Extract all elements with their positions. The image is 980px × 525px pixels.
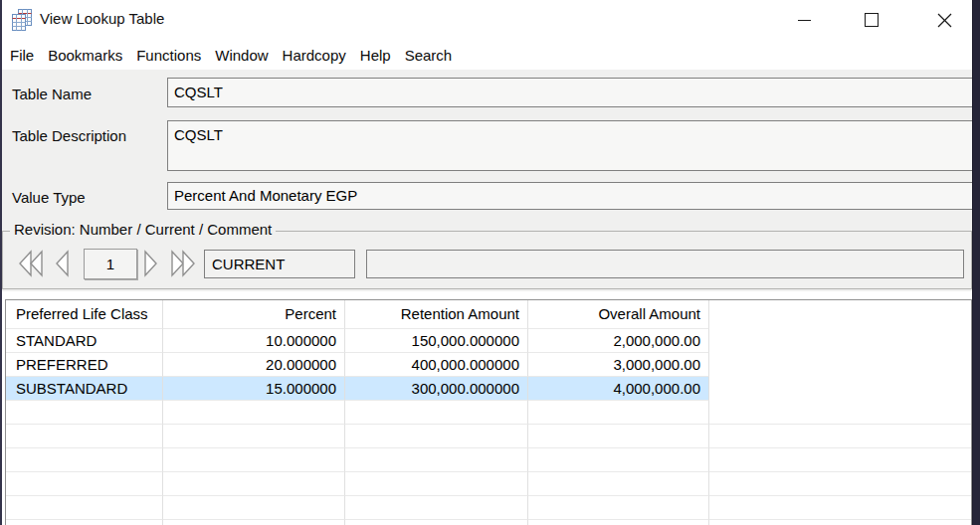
table-cell	[163, 401, 345, 425]
table-cell	[163, 520, 345, 525]
value-type-label: Value Type	[12, 189, 86, 206]
table-cell: 400,000.000000	[345, 353, 528, 377]
revision-number-field[interactable]: 1	[84, 249, 137, 279]
table-cell	[345, 472, 528, 496]
table-cell	[6, 448, 163, 472]
table-description-label: Table Description	[12, 127, 126, 144]
minimize-icon	[798, 20, 811, 21]
table-row-empty[interactable]	[6, 448, 971, 472]
filler-cell	[709, 353, 971, 377]
table-row[interactable]: STANDARD10.000000150,000.0000002,000,000…	[6, 329, 971, 353]
table-row[interactable]: SUBSTANDARD15.000000300,000.0000004,000,…	[6, 377, 971, 401]
table-row-empty[interactable]	[6, 496, 971, 520]
value-type-field[interactable]: Percent And Monetary EGP	[167, 182, 973, 210]
table-cell	[163, 448, 345, 472]
filler-cell	[709, 520, 971, 525]
filler-cell	[709, 448, 971, 472]
table-cell	[163, 496, 345, 520]
menu-item-functions[interactable]: Functions	[136, 47, 201, 64]
table-header-row: Preferred Life ClassPercentRetention Amo…	[6, 300, 971, 329]
table-cell: 10.000000	[163, 329, 345, 353]
window-title: View Lookup Table	[40, 10, 164, 27]
table-cell: 300,000.000000	[345, 377, 528, 401]
filler-cell	[709, 496, 971, 520]
menu-item-bookmarks[interactable]: Bookmarks	[48, 47, 122, 64]
table-row-empty[interactable]	[6, 401, 971, 425]
filler-cell	[709, 425, 971, 448]
first-revision-button[interactable]	[16, 249, 48, 278]
table-description-field[interactable]: CQSLT	[167, 120, 973, 171]
table-cell: SUBSTANDARD	[6, 377, 163, 401]
revision-comment-field[interactable]	[366, 250, 964, 278]
desktop-edge-left	[0, 0, 2, 525]
table-cell: 150,000.000000	[345, 329, 528, 353]
table-cell: 15.000000	[163, 377, 345, 401]
next-revision-button[interactable]	[141, 249, 161, 278]
last-revision-button[interactable]	[165, 249, 199, 278]
table-row-empty[interactable]	[6, 520, 971, 525]
previous-record-icon	[54, 250, 70, 277]
lookup-table-grid: Preferred Life ClassPercentRetention Amo…	[5, 299, 972, 525]
table-cell	[6, 401, 163, 425]
table-row[interactable]: PREFERRED20.000000400,000.0000003,000,00…	[6, 353, 971, 377]
table-cell	[163, 472, 345, 496]
table-cell: STANDARD	[6, 329, 163, 353]
form-panel: Table Name CQSLT Table Description CQSLT…	[2, 70, 973, 291]
table-cell: 2,000,000.00	[528, 329, 709, 353]
close-icon	[937, 13, 952, 28]
table-cell	[6, 472, 163, 496]
minimize-button[interactable]	[788, 5, 820, 35]
desktop-edge-right	[972, 0, 980, 525]
table-cell	[345, 401, 528, 425]
lookup-table-section: Preferred Life ClassPercentRetention Amo…	[0, 291, 973, 525]
table-cell: 20.000000	[163, 353, 345, 377]
table-cell	[163, 425, 345, 448]
lookup-table-icon	[10, 8, 34, 32]
table-row-empty[interactable]	[6, 472, 971, 496]
previous-revision-button[interactable]	[52, 249, 72, 278]
last-record-icon	[168, 250, 196, 277]
column-header[interactable]: Retention Amount	[345, 300, 528, 329]
column-header[interactable]: Overall Amount	[528, 300, 709, 329]
table-row-empty[interactable]	[6, 425, 971, 448]
close-button[interactable]	[928, 5, 960, 35]
table-cell	[528, 496, 709, 520]
column-header[interactable]: Preferred Life Class	[6, 300, 163, 329]
menu-bar: FileBookmarksFunctionsWindowHardcopyHelp…	[2, 41, 973, 70]
table-cell	[345, 448, 528, 472]
filler-cell	[709, 472, 971, 496]
table-name-label: Table Name	[12, 86, 92, 102]
filler-cell	[709, 377, 971, 401]
menu-item-help[interactable]: Help	[360, 47, 391, 64]
filler-cell	[709, 401, 971, 425]
table-cell	[345, 425, 528, 448]
menu-item-file[interactable]: File	[10, 47, 34, 64]
maximize-button[interactable]	[856, 5, 887, 35]
table-cell	[528, 401, 709, 425]
filler-cell	[709, 329, 971, 353]
view-lookup-table-window: View Lookup Table FileBookmarksFunctions…	[0, 0, 980, 525]
table-cell: 4,000,000.00	[528, 377, 709, 401]
maximize-icon	[865, 13, 879, 27]
next-record-icon	[143, 250, 159, 277]
title-bar: View Lookup Table	[0, 0, 973, 41]
table-cell	[528, 472, 709, 496]
column-header[interactable]: Percent	[163, 300, 345, 329]
table-cell: 3,000,000.00	[528, 353, 709, 377]
table-cell	[345, 496, 528, 520]
revision-current-field[interactable]: CURRENT	[204, 250, 355, 278]
first-record-icon	[18, 250, 46, 277]
table-cell	[528, 448, 709, 472]
menu-item-hardcopy[interactable]: Hardcopy	[283, 47, 346, 64]
table-name-field[interactable]: CQSLT	[167, 78, 973, 107]
revision-group-label: Revision: Number / Current / Comment	[10, 221, 276, 238]
table-cell	[528, 425, 709, 448]
menu-item-search[interactable]: Search	[405, 47, 453, 64]
menu-item-window[interactable]: Window	[215, 47, 268, 64]
table-cell	[345, 520, 528, 525]
table-cell	[6, 520, 163, 525]
table-cell	[6, 496, 163, 520]
filler-cell	[709, 300, 971, 329]
table-cell	[528, 520, 709, 525]
table-cell: PREFERRED	[6, 353, 163, 377]
